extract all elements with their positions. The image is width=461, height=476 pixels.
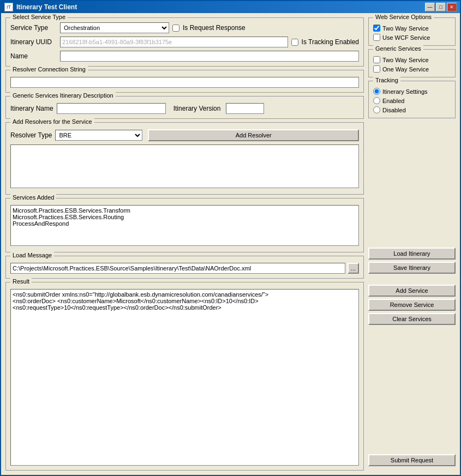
- name-label: Name: [10, 52, 57, 60]
- main-content: Select Service Type Service Type Orchest…: [1, 13, 460, 475]
- window-title: Itinerary Test Client: [16, 3, 77, 11]
- itinerary-uuid-label: Itinerary UUID: [10, 38, 57, 46]
- use-wcf-service-checkbox[interactable]: [373, 34, 380, 41]
- load-itinerary-button[interactable]: Load Itinerary: [368, 248, 456, 260]
- use-wcf-service-row: Use WCF Service: [373, 34, 451, 41]
- is-tracking-enabled-label: Is Tracking Enabled: [302, 38, 359, 46]
- services-added-title: Services Added: [10, 194, 56, 201]
- tracking-group: Tracking Itinerary Settings Enabled Disa…: [368, 81, 456, 118]
- itinerary-version-input[interactable]: [226, 103, 264, 114]
- right-spacer: [368, 122, 456, 244]
- itinerary-name-version-row: Itinerary Name Itinerary Version: [10, 103, 359, 114]
- generic-one-way-row: One Way Service: [373, 65, 451, 73]
- service-type-label: Service Type: [10, 24, 57, 32]
- titlebar-left: IT Itinerary Test Client: [4, 3, 77, 11]
- generic-two-way-label: Two Way Service: [382, 57, 429, 63]
- two-way-service-row: Two Way Service: [373, 25, 451, 32]
- browse-button[interactable]: ...: [348, 263, 359, 274]
- web-service-options-group: Web Service Options Two Way Service Use …: [368, 17, 456, 46]
- main-window: IT Itinerary Test Client — □ ✕ Select Se…: [0, 0, 461, 476]
- close-button[interactable]: ✕: [447, 3, 457, 11]
- generic-services-itinerary-group: Generic Services Itinerary Description I…: [5, 96, 364, 119]
- name-input[interactable]: [60, 51, 359, 62]
- titlebar-controls: — □ ✕: [425, 3, 457, 11]
- web-service-options-title: Web Service Options: [373, 14, 434, 20]
- itinerary-uuid-row: Itinerary UUID Is Tracking Enabled: [10, 37, 359, 47]
- two-way-service-checkbox[interactable]: [373, 25, 380, 32]
- add-resolvers-group: Add Resolvers for the Service Resolver T…: [5, 122, 364, 195]
- services-added-textarea[interactable]: Microsoft.Practices.ESB.Services.Transfo…: [10, 205, 359, 246]
- result-textarea[interactable]: <ns0:submitOrder xmlns:ns0="http://globa…: [10, 289, 359, 466]
- minimize-button[interactable]: —: [425, 3, 435, 11]
- itinerary-buttons: Load Itinerary Save Itinerary: [368, 248, 456, 274]
- resolver-type-select[interactable]: BRE UDDI STATIC XPATH: [55, 130, 142, 141]
- remove-service-button[interactable]: Remove Service: [368, 299, 456, 311]
- is-request-response-label: Is Request Response: [183, 24, 246, 32]
- generic-two-way-row: Two Way Service: [373, 56, 451, 63]
- tracking-itinerary-row: Itinerary Settings: [373, 88, 451, 95]
- service-buttons: Add Service Remove Service Clear Service…: [368, 285, 456, 325]
- window-icon: IT: [4, 3, 13, 11]
- generic-one-way-checkbox[interactable]: [373, 65, 380, 73]
- generic-two-way-checkbox[interactable]: [373, 56, 380, 63]
- maximize-button[interactable]: □: [436, 3, 446, 11]
- tracking-enabled-radio[interactable]: [373, 97, 380, 104]
- tracking-enabled-row: Enabled: [373, 97, 451, 104]
- itinerary-uuid-input[interactable]: [60, 37, 288, 47]
- resolver-type-row: Resolver Type BRE UDDI STATIC XPATH Add …: [10, 129, 359, 141]
- load-message-input[interactable]: [10, 263, 345, 274]
- two-way-service-label: Two Way Service: [382, 25, 429, 32]
- tracking-title: Tracking: [373, 77, 400, 83]
- submit-request-button[interactable]: Submit Request: [368, 454, 456, 466]
- tracking-itinerary-radio[interactable]: [373, 88, 380, 95]
- left-panel: Select Service Type Service Type Orchest…: [5, 17, 364, 471]
- itinerary-name-label: Itinerary Name: [10, 105, 53, 112]
- load-message-group: Load Message ...: [5, 256, 364, 279]
- load-message-title: Load Message: [10, 252, 54, 258]
- tracking-disabled-row: Disabled: [373, 106, 451, 113]
- load-message-row: ...: [10, 263, 359, 274]
- titlebar: IT Itinerary Test Client — □ ✕: [1, 1, 460, 13]
- generic-one-way-label: One Way Service: [382, 66, 429, 73]
- tracking-disabled-label: Disabled: [382, 107, 406, 113]
- result-group: Result <ns0:submitOrder xmlns:ns0="http:…: [5, 282, 364, 471]
- add-resolver-button[interactable]: Add Resolver: [148, 129, 359, 141]
- clear-services-button[interactable]: Clear Services: [368, 313, 456, 325]
- result-title: Result: [10, 278, 32, 285]
- select-service-type-group: Select Service Type Service Type Orchest…: [5, 17, 364, 67]
- generic-services-group: Generic Services Two Way Service One Way…: [368, 49, 456, 77]
- resolver-content-area[interactable]: [10, 144, 359, 188]
- is-request-response-checkbox[interactable]: [172, 25, 179, 32]
- is-tracking-enabled-checkbox[interactable]: [291, 39, 298, 46]
- use-wcf-service-label: Use WCF Service: [382, 34, 430, 41]
- tracking-disabled-radio[interactable]: [373, 106, 380, 113]
- resolver-connection-input[interactable]: [10, 77, 359, 88]
- spacer1: [368, 277, 456, 281]
- resolver-type-label: Resolver Type: [10, 131, 52, 139]
- spacer2: [368, 328, 456, 451]
- service-type-row: Service Type Orchestration Messaging Rou…: [10, 22, 359, 33]
- tracking-enabled-label: Enabled: [382, 98, 404, 104]
- select-service-type-title: Select Service Type: [10, 14, 68, 20]
- right-panel: Web Service Options Two Way Service Use …: [368, 17, 456, 471]
- name-row: Name: [10, 51, 359, 62]
- service-type-select[interactable]: Orchestration Messaging Routing: [60, 22, 169, 33]
- resolver-connection-title: Resolver Connection String: [10, 66, 88, 73]
- generic-services-title: Generic Services: [373, 45, 423, 52]
- add-service-button[interactable]: Add Service: [368, 285, 456, 297]
- add-resolvers-title: Add Resolvers for the Service: [10, 118, 94, 125]
- generic-services-itinerary-title: Generic Services Itinerary Description: [10, 92, 116, 99]
- itinerary-version-label: Itinerary Version: [173, 105, 221, 112]
- services-added-group: Services Added Microsoft.Practices.ESB.S…: [5, 198, 364, 252]
- itinerary-name-input[interactable]: [57, 103, 166, 114]
- save-itinerary-button[interactable]: Save Itinerary: [368, 262, 456, 274]
- resolver-connection-group: Resolver Connection String: [5, 70, 364, 93]
- tracking-itinerary-label: Itinerary Settings: [382, 88, 428, 95]
